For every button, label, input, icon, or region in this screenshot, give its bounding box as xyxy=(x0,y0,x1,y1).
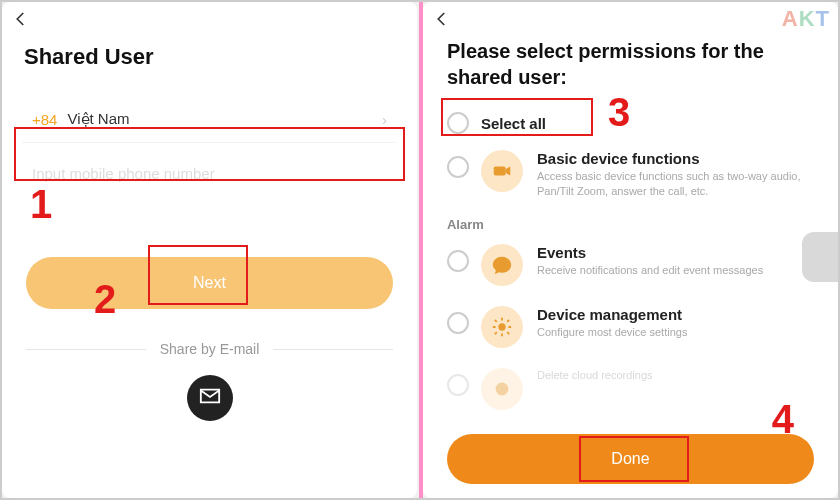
radio-icon xyxy=(447,112,469,134)
phone-input-row xyxy=(22,151,397,197)
select-all-row[interactable]: Select all xyxy=(447,106,814,140)
permissions-title: Please select permissions for the shared… xyxy=(423,2,838,96)
svg-point-1 xyxy=(498,323,505,330)
camera-icon xyxy=(481,150,523,192)
chevron-right-icon: › xyxy=(382,111,387,128)
phone-input[interactable] xyxy=(32,165,387,182)
country-name: Việt Nam xyxy=(67,110,382,128)
done-button-label: Done xyxy=(611,450,649,468)
permission-text: Events Receive notifications and edit ev… xyxy=(537,244,814,278)
radio-icon xyxy=(447,250,469,272)
permission-cloud[interactable]: Delete cloud recordings xyxy=(423,358,838,420)
page-title: Shared User xyxy=(2,2,417,86)
permission-title: Events xyxy=(537,244,814,261)
divider-label: Share by E-mail xyxy=(146,341,274,357)
permission-events[interactable]: Events Receive notifications and edit ev… xyxy=(423,234,838,296)
next-button-label: Next xyxy=(193,274,226,292)
permission-text: Device management Configure most device … xyxy=(537,306,814,340)
select-all-label: Select all xyxy=(481,115,546,132)
next-button[interactable]: Next xyxy=(26,257,393,309)
country-selector[interactable]: +84 Việt Nam › xyxy=(22,96,397,143)
mail-icon xyxy=(199,385,221,411)
cloud-icon xyxy=(481,368,523,410)
divider-line xyxy=(273,349,393,350)
permission-desc: Delete cloud recordings xyxy=(537,368,814,383)
watermark-logo: AKT xyxy=(782,6,830,32)
permission-basic[interactable]: Basic device functions Access basic devi… xyxy=(423,140,838,209)
permission-desc: Configure most device settings xyxy=(537,325,814,340)
done-button[interactable]: Done xyxy=(447,434,814,484)
svg-point-2 xyxy=(496,382,509,395)
radio-icon xyxy=(447,156,469,178)
svg-rect-0 xyxy=(494,166,506,175)
section-header-alarm: Alarm xyxy=(423,209,838,234)
chat-icon xyxy=(481,244,523,286)
radio-icon xyxy=(447,312,469,334)
permission-desc: Receive notifications and edit event mes… xyxy=(537,263,814,278)
permission-text: Basic device functions Access basic devi… xyxy=(537,150,814,199)
back-button-left[interactable] xyxy=(12,10,30,32)
permission-text: Delete cloud recordings xyxy=(537,368,814,383)
divider-line xyxy=(26,349,146,350)
assistive-touch-icon[interactable] xyxy=(802,232,838,282)
gear-icon xyxy=(481,306,523,348)
country-code: +84 xyxy=(32,111,57,128)
permission-desc: Access basic device functions such as tw… xyxy=(537,169,814,199)
email-divider: Share by E-mail xyxy=(26,341,393,357)
share-email-button[interactable] xyxy=(187,375,233,421)
panel-shared-user: Shared User +84 Việt Nam › Next Share by… xyxy=(2,2,417,498)
permission-title: Device management xyxy=(537,306,814,323)
back-button-right[interactable] xyxy=(433,10,451,32)
permission-title: Basic device functions xyxy=(537,150,814,167)
radio-icon xyxy=(447,374,469,396)
panel-permissions: AKT Please select permissions for the sh… xyxy=(423,2,838,498)
permission-device-mgmt[interactable]: Device management Configure most device … xyxy=(423,296,838,358)
